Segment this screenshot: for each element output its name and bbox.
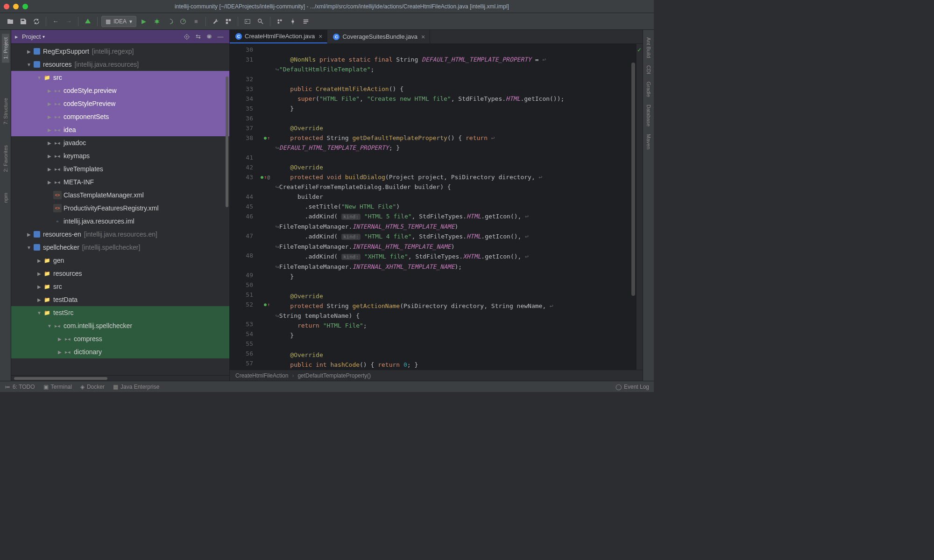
tree-arrow-icon[interactable]: ▶ — [46, 101, 53, 106]
minimize-window-button[interactable] — [13, 4, 19, 9]
editor-tab[interactable]: C CreateHtmlFileAction.java × — [230, 30, 327, 43]
code-editor[interactable]: @NonNls private static final String DEFA… — [272, 44, 643, 370]
breadcrumb-item[interactable]: getDefaultTemplateProperty() — [297, 372, 371, 379]
sb-todo[interactable]: ≔ 6: TODO — [5, 384, 35, 390]
editor-tab[interactable]: C CoverageSuitesBundle.java × — [327, 30, 430, 43]
forward-icon[interactable]: → — [63, 16, 74, 27]
tree-arrow-icon[interactable]: ▼ — [35, 75, 43, 80]
tree-row[interactable]: ▶ ▸◂ keymaps — [11, 149, 229, 162]
build-icon[interactable] — [82, 16, 93, 27]
tree-row[interactable]: ▶ ▸◂ idea — [11, 123, 229, 136]
back-icon[interactable]: ← — [50, 16, 61, 27]
vcs-commit-icon[interactable] — [287, 16, 298, 27]
tree-row[interactable]: ▶ 📁 testData — [11, 293, 229, 306]
sb-terminal[interactable]: ▣ Terminal — [43, 384, 72, 390]
debug-icon[interactable] — [151, 16, 163, 27]
project-structure-icon[interactable] — [223, 16, 234, 27]
tree-row[interactable]: ▼ resources [intellij.java.resources] — [11, 58, 229, 71]
vcs-history-icon[interactable] — [300, 16, 311, 27]
tree-row[interactable]: ▶ ▸◂ componentSets — [11, 110, 229, 123]
tree-row[interactable]: ▶ 📁 gen — [11, 254, 229, 267]
tree-row[interactable]: ▶ ▸◂ META-INF — [11, 175, 229, 189]
tree-arrow-icon[interactable]: ▶ — [46, 180, 53, 185]
tree-row[interactable]: <> ProductivityFeaturesRegistry.xml — [11, 202, 229, 215]
rail-database[interactable]: Database — [645, 101, 652, 130]
tree-arrow-icon[interactable]: ▶ — [46, 127, 53, 133]
tree-arrow-icon[interactable]: ▶ — [56, 350, 64, 355]
tree-arrow-icon[interactable]: ▼ — [25, 62, 33, 67]
tree-row[interactable]: ▫ intellij.java.resources.iml — [11, 215, 229, 228]
tree-arrow-icon[interactable]: ▶ — [46, 114, 53, 119]
sb-docker[interactable]: ◈ Docker — [80, 384, 105, 390]
maximize-window-button[interactable] — [22, 4, 28, 9]
tree-row[interactable]: ▶ ▸◂ codeStylePreview — [11, 97, 229, 110]
tree-row[interactable]: <> ClassTemplateManager.xml — [11, 189, 229, 202]
project-tree[interactable]: ▶ RegExpSupport [intellij.regexp] ▼ reso… — [11, 44, 229, 375]
tree-row[interactable]: ▶ ▸◂ javadoc — [11, 136, 229, 149]
tree-arrow-icon[interactable]: ▶ — [35, 258, 43, 263]
tree-arrow-icon[interactable]: ▶ — [35, 271, 43, 276]
error-stripe[interactable]: ✓ — [636, 44, 643, 370]
tree-arrow-icon[interactable]: ▶ — [25, 232, 33, 237]
tree-arrow-icon[interactable]: ▶ — [46, 88, 53, 93]
locate-icon[interactable] — [182, 32, 192, 42]
rail-maven[interactable]: Maven — [645, 130, 652, 153]
expand-all-icon[interactable]: ⇆ — [193, 32, 203, 42]
tree-row[interactable]: ▶ 📁 src — [11, 280, 229, 293]
tree-arrow-icon[interactable]: ▶ — [46, 167, 53, 172]
panel-title[interactable]: Project ▾ — [22, 33, 178, 40]
sb-event-log[interactable]: ◯ Event Log — [616, 384, 649, 390]
hide-icon[interactable]: — — [215, 32, 226, 42]
search-icon[interactable] — [255, 16, 266, 27]
breadcrumb-item[interactable]: CreateHtmlFileAction — [235, 372, 288, 379]
close-tab-icon[interactable]: × — [420, 33, 426, 41]
rail-ant[interactable]: Ant Build — [645, 34, 652, 62]
profile-icon[interactable] — [177, 16, 189, 27]
tree-arrow-icon[interactable]: ▶ — [25, 49, 33, 54]
open-icon[interactable] — [5, 16, 16, 27]
tree-hscroll-thumb[interactable] — [14, 377, 107, 380]
run-configuration-selector[interactable]: ▦ IDEA ▾ — [101, 16, 136, 27]
tree-row[interactable]: ▶ RegExpSupport [intellij.regexp] — [11, 45, 229, 58]
tree-row[interactable]: ▶ ▸◂ dictionary — [11, 345, 229, 358]
tree-arrow-icon[interactable]: ▶ — [35, 297, 43, 302]
sync-icon[interactable] — [31, 16, 42, 27]
run-icon[interactable]: ▶ — [138, 16, 149, 27]
tree-row[interactable]: ▶ 📁 resources — [11, 267, 229, 280]
tree-row[interactable]: ▼ 📁 testSrc — [11, 306, 229, 319]
tree-row[interactable]: ▶ ▸◂ codeStyle.preview — [11, 84, 229, 97]
rail-favorites[interactable]: 2: Favorites — [2, 141, 9, 175]
close-tab-icon[interactable]: × — [318, 33, 323, 40]
tree-row[interactable]: ▼ ▸◂ com.intellij.spellchecker — [11, 319, 229, 332]
tree-arrow-icon[interactable]: ▼ — [35, 310, 43, 315]
tree-arrow-icon[interactable]: ▼ — [25, 245, 33, 250]
sb-java-enterprise[interactable]: ▦ Java Enterprise — [113, 384, 159, 390]
tree-arrow-icon[interactable]: ▼ — [46, 323, 53, 329]
close-window-button[interactable] — [4, 4, 9, 9]
run-anything-icon[interactable] — [242, 16, 253, 27]
save-all-icon[interactable] — [18, 16, 29, 27]
rail-npm[interactable]: npm — [2, 189, 9, 206]
rail-cdi[interactable]: CDI — [645, 62, 652, 78]
tree-row[interactable]: ▼ spellchecker [intellij.spellchecker] — [11, 241, 229, 254]
tree-scrollbar-thumb[interactable] — [226, 77, 228, 207]
rail-structure[interactable]: 7: Structure — [2, 94, 9, 128]
rail-project[interactable]: 1: Project — [2, 34, 9, 63]
gear-icon[interactable] — [204, 32, 214, 42]
tree-row[interactable]: ▶ ▸◂ liveTemplates — [11, 162, 229, 175]
vcs-update-icon[interactable] — [274, 16, 285, 27]
tree-arrow-icon[interactable]: ▶ — [35, 284, 43, 289]
tree-row[interactable]: ▶ ▸◂ compress — [11, 332, 229, 345]
tree-arrow-icon[interactable]: ▶ — [56, 336, 64, 342]
tree-row[interactable]: ▶ resources-en [intellij.java.resources.… — [11, 228, 229, 241]
tree-row[interactable]: ▼ 📁 src — [11, 71, 229, 84]
tree-arrow-icon[interactable]: ▶ — [46, 154, 53, 159]
tree-arrow-icon[interactable]: ▶ — [46, 140, 53, 146]
breadcrumb[interactable]: CreateHtmlFileAction › getDefaultTemplat… — [230, 370, 643, 381]
wrench-icon[interactable] — [210, 16, 221, 27]
coverage-icon[interactable] — [164, 16, 176, 27]
stop-icon[interactable]: ■ — [191, 16, 202, 27]
editor-scrollbar-thumb[interactable] — [631, 63, 635, 296]
tree-hscroll[interactable] — [11, 375, 229, 381]
rail-gradle[interactable]: Gradle — [645, 78, 652, 101]
